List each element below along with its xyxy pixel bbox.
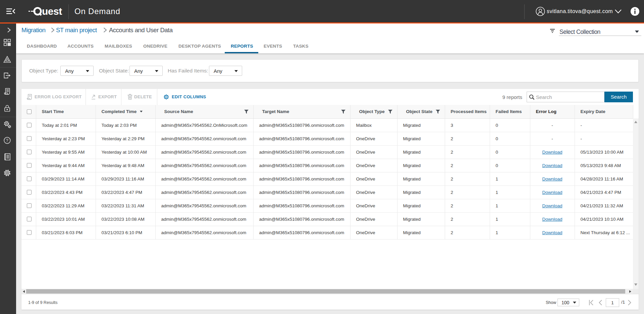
svg-text:?: ? — [6, 138, 8, 143]
svg-text:uest: uest — [42, 6, 62, 17]
